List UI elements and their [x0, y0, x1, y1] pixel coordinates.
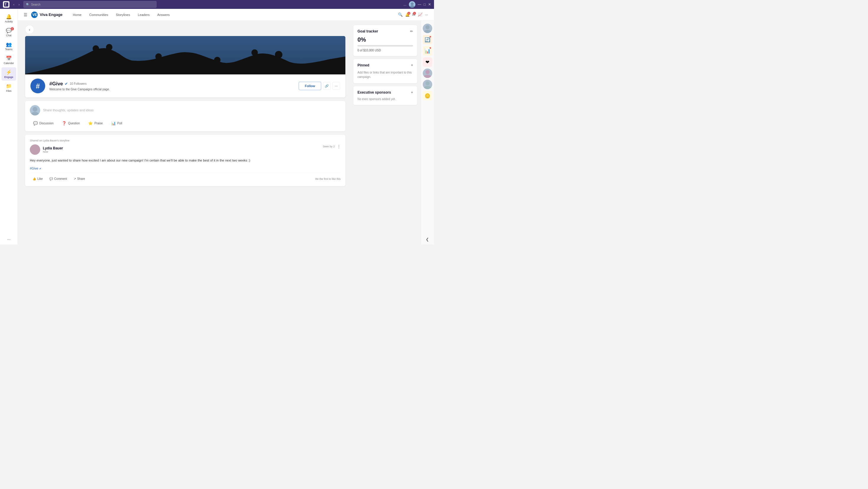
back-button[interactable]: ‹: [25, 25, 34, 34]
chart-button[interactable]: 📈: [418, 12, 423, 17]
goal-tracker-card: Goal tracker ✏ 0% 0 of $10,000 USD: [353, 25, 417, 56]
main-content: ☰ VE Viva Engage Home Communities Storyl…: [18, 9, 434, 244]
activity-label: Activity: [5, 20, 13, 23]
share-icon: ↗: [73, 177, 76, 181]
goal-tracker-edit-button[interactable]: ✏: [410, 29, 413, 33]
link-button[interactable]: 🔗: [323, 82, 331, 90]
svg-point-23: [426, 25, 430, 29]
sidebar-item-engage[interactable]: ⚡ Engage: [1, 67, 16, 80]
more-options-button[interactable]: ...: [404, 2, 406, 6]
svg-point-25: [426, 70, 430, 74]
sidebar-item-files[interactable]: 📁 Files: [1, 81, 16, 95]
far-right-icon-1[interactable]: 🔄: [423, 35, 432, 44]
svg-rect-8: [94, 51, 98, 59]
icon-dot-2: [429, 47, 431, 49]
sidebar-item-chat[interactable]: 💬 Chat 1: [1, 26, 16, 39]
exec-sponsors-add-button[interactable]: +: [411, 90, 413, 95]
comment-button[interactable]: 💬 Comment: [47, 176, 70, 182]
far-right-avatar-1[interactable]: [423, 24, 432, 33]
like-label: Like: [37, 177, 43, 181]
sidebar-item-calendar[interactable]: 📅 Calender: [1, 54, 16, 67]
notifications-button[interactable]: 🔔 12: [405, 12, 410, 17]
verified-badge-icon: ✔: [65, 82, 68, 86]
hamburger-menu[interactable]: ☰: [24, 12, 28, 18]
like-button[interactable]: 👍 Like: [30, 176, 45, 182]
post-tag-row: #Give ✔: [30, 166, 341, 171]
post-menu-button[interactable]: ⋮: [337, 144, 341, 149]
svg-point-27: [426, 81, 430, 85]
maximize-button[interactable]: □: [424, 2, 426, 6]
heart-panel-icon: ❤: [426, 59, 430, 65]
left-sidebar: 🔔 Activity 💬 Chat 1 👥 Teams 📅 Calender ⚡…: [0, 9, 18, 244]
svg-rect-12: [157, 59, 160, 67]
pinned-description: Add files or links that are important to…: [358, 70, 413, 79]
compose-top: Share thoughts, updates and ideas: [30, 105, 341, 116]
goal-percent: 0%: [358, 36, 413, 43]
feed-area: ‹: [18, 21, 350, 244]
title-bar-search[interactable]: 🔍 Search: [23, 1, 156, 8]
svg-point-3: [410, 5, 414, 8]
post-tag[interactable]: #Give: [30, 167, 38, 170]
exec-sponsors-card: Executive sponsors + No exec sponsors ad…: [353, 86, 417, 105]
far-right-icon-4[interactable]: 🪙: [423, 91, 432, 100]
forward-nav-button[interactable]: ›: [17, 2, 21, 7]
top-nav-right: 🔍 🔔 12 ✉ 5 📈 ···: [398, 12, 428, 17]
teams-icon: 👥: [6, 42, 12, 47]
user-avatar[interactable]: [409, 1, 415, 8]
svg-point-20: [31, 112, 39, 116]
calendar-label: Calender: [4, 62, 14, 65]
more-community-button[interactable]: ···: [332, 82, 340, 90]
title-bar: T ‹ › 🔍 Search ... — □ ✕: [0, 0, 434, 9]
pinned-add-button[interactable]: +: [411, 63, 413, 67]
nav-answers[interactable]: Answers: [154, 11, 173, 18]
sidebar-more[interactable]: ···: [7, 237, 11, 241]
search-button[interactable]: 🔍: [398, 12, 403, 17]
exec-sponsors-header: Executive sponsors +: [358, 90, 413, 95]
svg-point-17: [275, 51, 282, 59]
follow-button[interactable]: Follow: [299, 82, 321, 90]
icon-dot-1: [429, 36, 431, 38]
author-name[interactable]: Lydia Bauer: [43, 146, 63, 150]
svg-rect-18: [277, 58, 281, 67]
top-nav-more-button[interactable]: ···: [425, 12, 428, 17]
share-label: Share: [77, 177, 85, 181]
compose-question-button[interactable]: ❓ Question: [59, 120, 83, 127]
far-right-avatar-2[interactable]: [423, 68, 432, 78]
close-button[interactable]: ✕: [428, 2, 431, 6]
svg-point-11: [155, 54, 162, 60]
question-label: Question: [68, 122, 80, 125]
compose-placeholder[interactable]: Share thoughts, updates and ideas: [43, 108, 94, 112]
nav-leaders[interactable]: Leaders: [134, 11, 153, 18]
community-avatar: #: [30, 78, 45, 93]
compose-poll-button[interactable]: 📊 Poll: [108, 120, 126, 127]
nav-storylines[interactable]: Storylines: [113, 11, 133, 18]
shared-label: Shared on Lydia Bauer's storyline: [30, 139, 341, 142]
far-right-avatar-3[interactable]: [423, 80, 432, 89]
post-actions: 👍 Like 💬 Comment ↗ Share Be the first to…: [30, 173, 341, 182]
mail-button[interactable]: ✉ 5: [412, 12, 415, 17]
sidebar-item-teams[interactable]: 👥 Teams: [1, 39, 16, 53]
compose-discussion-button[interactable]: 💬 Discussion: [30, 120, 57, 127]
discussion-icon: 💬: [33, 121, 38, 126]
calendar-icon: 📅: [6, 56, 12, 61]
compose-praise-button[interactable]: ⭐ Praise: [85, 120, 106, 127]
minimize-button[interactable]: —: [418, 2, 421, 6]
post-meta: Seen by 2 ⋮: [322, 144, 341, 149]
sidebar-item-activity[interactable]: 🔔 Activity: [1, 12, 16, 25]
praise-label: Praise: [94, 122, 102, 125]
nav-communities[interactable]: Communities: [86, 11, 112, 18]
compose-avatar: [30, 105, 40, 116]
back-nav-button[interactable]: ‹: [12, 2, 16, 7]
app-layout: 🔔 Activity 💬 Chat 1 👥 Teams 📅 Calender ⚡…: [0, 9, 434, 244]
pinned-header: Pinned +: [358, 63, 413, 67]
nav-home[interactable]: Home: [70, 11, 85, 18]
share-button[interactable]: ↗ Share: [71, 176, 88, 182]
post-avatar: [30, 144, 40, 155]
collapse-panel-button[interactable]: ❮: [426, 237, 429, 242]
far-right-icon-2[interactable]: 📊: [423, 46, 432, 56]
top-nav: ☰ VE Viva Engage Home Communities Storyl…: [18, 9, 434, 21]
post-body-text: Hey everyone, just wanted to share how e…: [30, 159, 250, 162]
far-right-icon-3[interactable]: ❤: [423, 57, 432, 67]
svg-point-22: [31, 151, 39, 155]
goal-tracker-header: Goal tracker ✏: [358, 29, 413, 33]
